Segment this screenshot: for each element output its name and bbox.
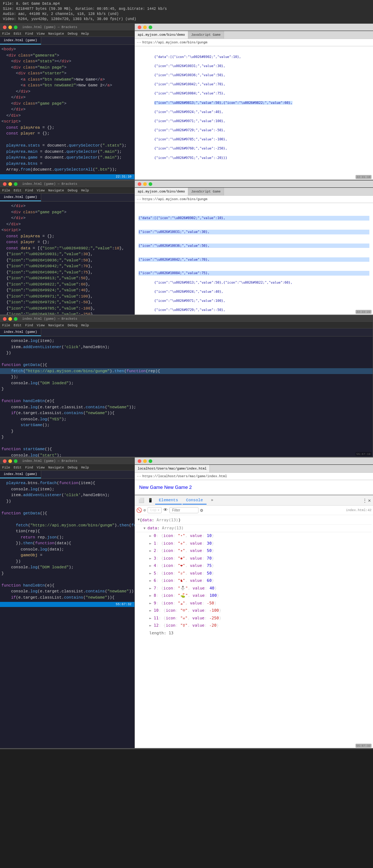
menu-bar-3: File Edit Find View Navigate Debug Help (0, 323, 373, 328)
section-4-top: index.html (game) — Brackets File Edit F… (0, 458, 373, 748)
devtools-topbar-4: ⬜ 📱 Elements Console » ⋮ ✕ (135, 495, 373, 506)
browser-close-4[interactable] (138, 459, 141, 463)
menu-bar-1: File Edit Find View Navigate Debug Help (0, 31, 134, 37)
devtools-tab-console[interactable]: Console (182, 497, 207, 505)
editor-tab-active-4[interactable]: index.html (game) (0, 471, 41, 478)
menu-navigate-3[interactable]: Navigate (48, 324, 64, 327)
browser-tab-js-1[interactable]: JavaScript Game (188, 31, 224, 39)
menu-find-2[interactable]: Find (25, 189, 33, 192)
menu-find-4[interactable]: Find (25, 466, 33, 470)
menu-view-3[interactable]: View (37, 324, 45, 327)
devtools-tab-elements[interactable]: Elements (155, 497, 182, 505)
browser-max-4[interactable] (149, 459, 152, 463)
devtools-close-icon[interactable]: ✕ (368, 498, 371, 503)
console-settings-icon[interactable]: ⚙ (200, 507, 203, 513)
code-line: function handleBtn(e){ (0, 583, 134, 589)
browser-tab-js-2[interactable]: JavaScript Game (188, 188, 224, 195)
menu-debug-3[interactable]: Debug (68, 324, 78, 327)
console-array-entry: {data: Array(13)} (136, 517, 372, 525)
devtools-device-icon[interactable]: 📱 (146, 497, 154, 503)
menu-navigate-4[interactable]: Navigate (48, 466, 64, 470)
menu-edit-3[interactable]: Edit (14, 324, 22, 327)
code-line: <div class="game page"> (0, 209, 134, 215)
menu-file[interactable]: File (2, 32, 10, 36)
code-line: <div class="stats"></div> (0, 58, 134, 65)
console-item-6: ► 6: {icon: "♞", value: 60} (136, 577, 372, 585)
menu-navigate[interactable]: Navigate (48, 32, 64, 36)
console-item-3: ► 3: {icon: "✺", value: 70} (136, 555, 372, 563)
console-clear-icon[interactable]: 🚫 (136, 507, 142, 513)
browser-close-2[interactable] (138, 182, 141, 186)
browser-max-2[interactable] (149, 182, 152, 186)
menu-view[interactable]: View (37, 32, 45, 36)
console-filter-input[interactable] (169, 507, 199, 513)
browser-min-1[interactable] (143, 26, 147, 29)
editor-tab-active-2[interactable]: index.html (game) (0, 194, 41, 201)
menu-debug[interactable]: Debug (68, 32, 78, 36)
mac-close-1[interactable] (3, 26, 7, 29)
editor-pane-1: index.html (game) — Brackets File Edit F… (0, 24, 135, 180)
mac-max-2[interactable] (14, 182, 17, 186)
mac-min-4[interactable] (8, 459, 12, 463)
mac-close-4[interactable] (3, 459, 7, 463)
section-4: index.html (game) — Brackets File Edit F… (0, 458, 373, 749)
mac-max-4[interactable] (14, 459, 17, 463)
browser-pane-2: api.myjson.com/bins/demo JavaScript Game… (135, 180, 373, 315)
section-label-3: 55:67:19 (356, 452, 372, 456)
console-eye-icon[interactable]: 👁 (163, 507, 168, 513)
menu-file-4[interactable]: File (2, 466, 10, 470)
browser-page-content-4: New Game New Game 2 (135, 480, 373, 495)
new-game-button[interactable]: New Game New Game 2 (139, 484, 192, 490)
code-line (0, 440, 373, 447)
mac-chrome-3: index.html (game) — Brackets (0, 315, 373, 323)
console-context-label: top (150, 508, 157, 512)
menu-edit[interactable]: Edit (14, 32, 22, 36)
mac-max-1[interactable] (14, 26, 17, 29)
editor-tab-active-3[interactable]: index.html (game) (0, 328, 41, 336)
browser-min-2[interactable] (143, 182, 147, 186)
mac-min-1[interactable] (8, 26, 12, 29)
status-bar-4: 55:67:32 (0, 602, 134, 607)
menu-view-4[interactable]: View (37, 466, 45, 470)
menu-debug-2[interactable]: Debug (68, 189, 78, 192)
devtools-tab-more[interactable]: » (207, 497, 217, 505)
editor-tab-active-1[interactable]: index.html (game) (0, 37, 41, 44)
menu-help[interactable]: Help (81, 32, 89, 36)
mac-min-3[interactable] (8, 317, 12, 321)
devtools-more-icon[interactable]: ⋮ (362, 498, 367, 503)
mac-close-3[interactable] (3, 317, 7, 321)
browser-min-4[interactable] (143, 459, 147, 463)
menu-edit-4[interactable]: Edit (14, 466, 22, 470)
code-line: {"icon":"\u0026#9971;","value":100}, (0, 293, 134, 300)
menu-file-3[interactable]: File (2, 324, 10, 327)
console-pause-icon[interactable]: ⊘ (144, 508, 146, 513)
menu-debug-4[interactable]: Debug (68, 466, 78, 470)
console-context-dropdown[interactable]: top ▼ (148, 507, 162, 513)
browser-url-2: ←→ https://api.myjson.com/bins/gungm (135, 196, 373, 203)
data-expand-icon[interactable] (144, 526, 148, 530)
code-line: <div class="starter"> (0, 70, 134, 77)
mac-min-2[interactable] (8, 182, 12, 186)
menu-help-3[interactable]: Help (81, 324, 89, 327)
console-item-11: ► 11: {icon: "☠", value: -250} (136, 615, 372, 622)
browser-close-1[interactable] (138, 26, 141, 29)
menu-find-3[interactable]: Find (25, 324, 33, 327)
console-item-2: ► 2: {icon: "✴", value: 50} (136, 547, 372, 555)
browser-tab-game-4[interactable]: localhost/Users/mac/game/index.html (135, 465, 210, 472)
devtools-inspect-icon[interactable]: ⬜ (137, 497, 146, 504)
menu-file-2[interactable]: File (2, 189, 10, 192)
menu-help-2[interactable]: Help (81, 189, 89, 192)
browser-url-1: ←→ https://api.myjson.com/bins/gungm (135, 39, 373, 46)
menu-view-2[interactable]: View (37, 189, 45, 192)
menu-edit-2[interactable]: Edit (14, 189, 22, 192)
mac-max-3[interactable] (14, 317, 17, 321)
mac-close-2[interactable] (3, 182, 7, 186)
console-item-9: ► 9: {icon: "☁", value: -50} (136, 600, 372, 607)
menu-help-4[interactable]: Help (81, 466, 89, 470)
menu-find[interactable]: Find (25, 32, 33, 36)
video-info-bar: File: 8. Get Game Data.mp4 Size: 6218407… (0, 0, 373, 24)
browser-max-1[interactable] (149, 26, 152, 29)
menu-navigate-2[interactable]: Navigate (48, 189, 64, 192)
browser-tab-api-2[interactable]: api.myjson.com/bins/demo (135, 188, 188, 195)
browser-tab-api-1[interactable]: api.myjson.com/bins/demo (135, 31, 188, 39)
